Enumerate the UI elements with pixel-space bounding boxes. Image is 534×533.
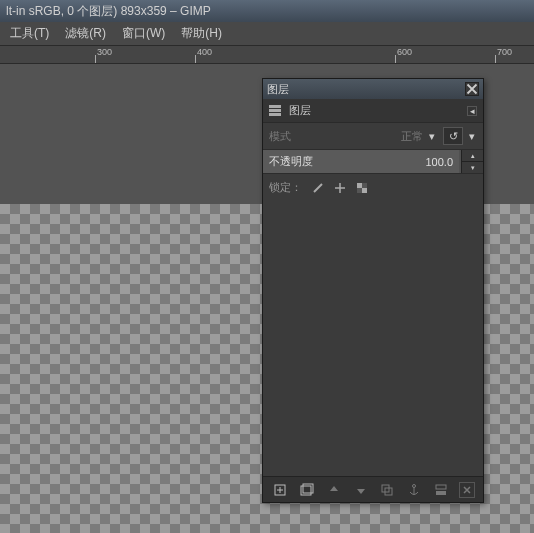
svg-rect-0 — [357, 183, 362, 188]
window-title-bar: lt-in sRGB, 0 个图层) 893x359 – GIMP — [0, 0, 534, 22]
panel-title: 图层 — [267, 82, 465, 97]
svg-rect-3 — [357, 188, 362, 193]
opacity-value: 100.0 — [425, 156, 453, 168]
ruler-tick-label: 600 — [397, 47, 412, 57]
blend-mode-row: 模式 正常 ▾ ↺ ▾ — [263, 123, 483, 150]
duplicate-layer-button[interactable] — [378, 481, 396, 499]
lower-layer-button[interactable] — [352, 481, 370, 499]
ruler-tick-label: 700 — [497, 47, 512, 57]
opacity-slider[interactable]: 不透明度 100.0 — [263, 150, 459, 173]
menu-windows[interactable]: 窗口(W) — [114, 23, 173, 44]
opacity-stepper: ▴ ▾ — [461, 150, 483, 173]
raise-layer-button[interactable] — [325, 481, 343, 499]
menu-bar: 工具(T) 滤镜(R) 窗口(W) 帮助(H) — [0, 22, 534, 46]
opacity-label: 不透明度 — [269, 154, 425, 169]
panel-footer — [263, 476, 483, 502]
lock-label: 锁定： — [269, 180, 302, 195]
panel-tab-bar: 图层 ◂ — [263, 99, 483, 123]
ruler-tick-label: 400 — [197, 47, 212, 57]
menu-tools[interactable]: 工具(T) — [2, 23, 57, 44]
mode-label: 模式 — [269, 129, 401, 144]
menu-help[interactable]: 帮助(H) — [173, 23, 230, 44]
svg-rect-11 — [436, 491, 446, 495]
layer-list[interactable] — [263, 201, 483, 476]
window-title: lt-in sRGB, 0 个图层) 893x359 – GIMP — [6, 3, 211, 20]
svg-rect-1 — [362, 188, 367, 193]
merge-down-button[interactable] — [432, 481, 450, 499]
mode-value[interactable]: 正常 — [401, 129, 423, 144]
horizontal-ruler: 300 400 600 700 — [0, 46, 534, 64]
panel-title-bar[interactable]: 图层 — [263, 79, 483, 99]
chevron-down-icon[interactable]: ▾ — [427, 131, 437, 141]
lock-row: 锁定： — [263, 174, 483, 201]
chevron-down-icon[interactable]: ▾ — [467, 131, 477, 141]
anchor-layer-button[interactable] — [405, 481, 423, 499]
svg-rect-10 — [436, 485, 446, 489]
layers-icon — [269, 105, 283, 117]
tab-layers-label[interactable]: 图层 — [289, 103, 311, 118]
lock-alpha-icon[interactable] — [356, 182, 368, 194]
opacity-row: 不透明度 100.0 ▴ ▾ — [263, 150, 483, 174]
close-icon[interactable] — [465, 82, 479, 96]
menu-filters[interactable]: 滤镜(R) — [57, 23, 114, 44]
delete-layer-button[interactable] — [459, 482, 475, 498]
lock-position-icon[interactable] — [334, 182, 346, 194]
layers-panel: 图层 图层 ◂ 模式 正常 ▾ ↺ ▾ 不透明度 100.0 ▴ ▾ 锁定： — [262, 78, 484, 503]
new-group-button[interactable] — [298, 481, 316, 499]
panel-menu-button[interactable]: ◂ — [467, 106, 477, 116]
opacity-up-button[interactable]: ▴ — [462, 150, 483, 162]
mode-reset-button[interactable]: ↺ — [443, 127, 463, 145]
svg-rect-2 — [362, 183, 367, 188]
new-layer-button[interactable] — [271, 481, 289, 499]
ruler-tick-label: 300 — [97, 47, 112, 57]
lock-pixels-icon[interactable] — [312, 182, 324, 194]
opacity-down-button[interactable]: ▾ — [462, 162, 483, 173]
